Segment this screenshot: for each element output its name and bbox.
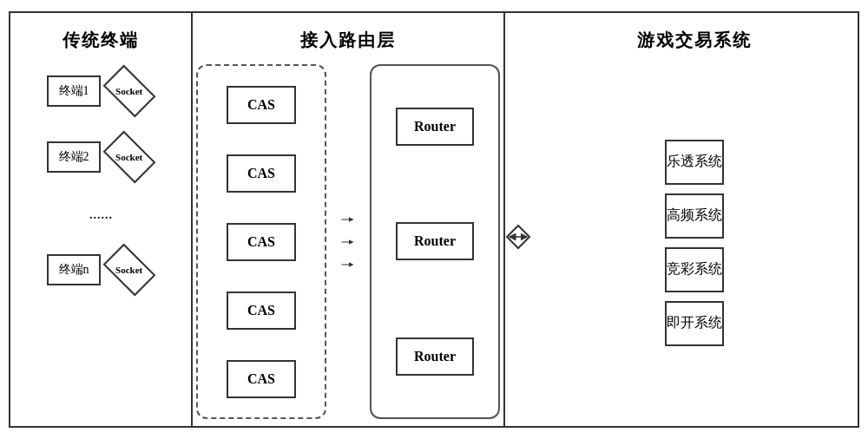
middle-title: 接入路由层	[300, 29, 396, 52]
router-group: Router Router Router	[370, 64, 500, 419]
socket-1: Socket	[104, 66, 155, 116]
left-title: 传统终端	[62, 29, 139, 52]
terminal-list: 终端1 Socket 终端2 Socket	[10, 66, 191, 311]
socket-n: Socket	[104, 245, 155, 295]
right-section: 游戏交易系统 乐透系统 高频系统 竞彩系统 即开系统	[531, 13, 858, 426]
terminal-2: 终端2	[47, 141, 101, 173]
terminal-row-dots: ......	[10, 198, 191, 229]
router-box-1: Router	[396, 108, 474, 146]
cas-box-2: CAS	[227, 154, 296, 193]
game-box-competition: 竞彩系统	[665, 247, 724, 292]
terminal-row-2: 终端2 Socket	[10, 132, 191, 182]
router-box-3: Router	[396, 337, 474, 376]
terminal-1: 终端1	[47, 75, 101, 107]
terminal-row-n: 终端n Socket	[10, 245, 191, 295]
terminal-dots: ......	[74, 198, 128, 229]
terminal-row-1: 终端1 Socket	[10, 66, 191, 116]
router-box-2: Router	[396, 222, 474, 260]
game-list: 乐透系统 高频系统 竞彩系统 即开系统	[665, 66, 724, 419]
cas-box-1: CAS	[227, 86, 296, 124]
main-diagram: 传统终端 终端1 Socket 终端2	[9, 11, 859, 428]
game-box-instant: 即开系统	[665, 301, 724, 346]
cas-box-4: CAS	[227, 292, 296, 330]
cas-box-5: CAS	[227, 360, 296, 398]
middle-inner: CAS CAS CAS CAS CAS	[196, 64, 500, 419]
game-box-lottery: 乐透系统	[665, 140, 724, 185]
cas-to-router-arrows	[335, 64, 361, 419]
socket-2: Socket	[104, 132, 155, 182]
right-title: 游戏交易系统	[637, 29, 752, 52]
left-section: 传统终端 终端1 Socket 终端2	[10, 13, 193, 426]
cas-box-3: CAS	[227, 223, 296, 261]
game-box-highfreq: 高频系统	[665, 193, 724, 239]
terminal-n: 终端n	[47, 254, 101, 285]
cas-group: CAS CAS CAS CAS CAS	[196, 64, 326, 419]
double-arrow	[505, 48, 531, 426]
middle-section: 接入路由层 CAS CAS CAS CAS CAS	[193, 13, 505, 426]
